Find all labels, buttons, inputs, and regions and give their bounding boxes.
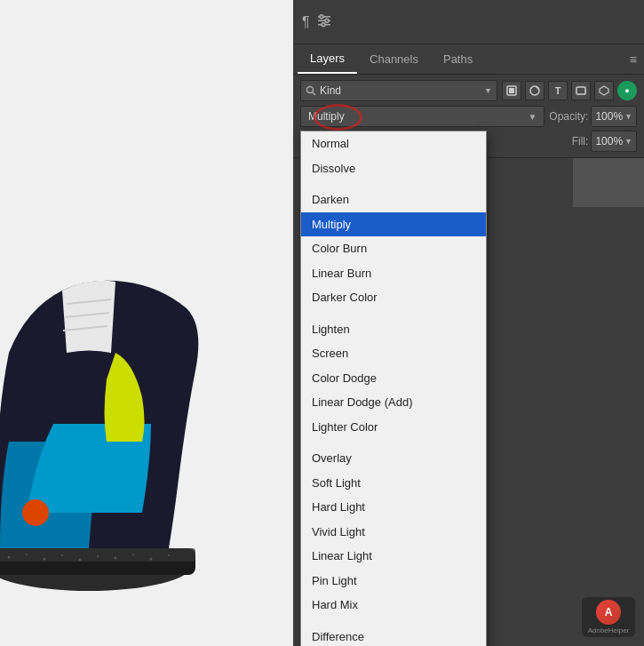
canvas-area[interactable] [0,0,293,646]
blend-option-pin-light[interactable]: Pin Light [301,569,486,594]
paragraph-icon[interactable]: ¶ [302,14,310,30]
opacity-label: Opacity: [549,110,588,123]
kind-select-label: Kind [320,84,341,97]
opacity-control: Opacity: 100% ▼ [549,106,637,127]
blend-option-linear-light[interactable]: Linear Light [301,544,486,569]
svg-point-9 [44,558,46,561]
kind-dropdown-arrow: ▼ [484,86,492,95]
tabs-bar: Layers Channels Paths ≡ [293,44,644,75]
svg-point-23 [307,87,314,93]
svg-point-22 [322,22,325,26]
fill-arrow: ▼ [624,137,632,146]
svg-point-10 [61,554,63,556]
type-layer-icon[interactable]: T [548,81,568,100]
svg-point-2 [22,499,49,526]
opacity-value: 100% [595,110,623,123]
adobe-logo: A [596,600,621,625]
layer-thumbnail [573,158,644,207]
fill-value: 100% [595,135,623,148]
svg-point-16 [168,554,170,556]
separator-1 [301,180,486,187]
adjustment-layer-icon[interactable] [525,81,545,100]
search-icon [306,85,316,96]
svg-point-8 [26,554,28,555]
blend-mode-select[interactable]: Multiply ▼ [300,106,545,127]
layers-panel: Layers Channels Paths ≡ Kind ▼ [293,44,644,646]
blend-option-color-burn[interactable]: Color Burn [301,236,486,261]
separator-4 [301,618,486,625]
blend-option-vivid-light[interactable]: Vivid Light [301,520,486,545]
fill-input-wrapper[interactable]: 100% ▼ [591,131,637,152]
blend-option-soft-light[interactable]: Soft Light [301,471,486,496]
blend-option-linear-burn[interactable]: Linear Burn [301,261,486,286]
blend-row: Multiply ▼ Normal Dissolve Darken Multip… [300,106,637,127]
blend-option-lighter-color[interactable]: Lighter Color [301,415,486,440]
kind-icons: T ● [502,81,637,100]
blend-option-color-dodge[interactable]: Color Dodge [301,366,486,391]
blend-mode-arrow: ▼ [528,112,537,122]
blend-option-darker-color[interactable]: Darker Color [301,285,486,310]
svg-rect-6 [0,548,195,562]
filters-icon[interactable] [317,13,331,31]
separator-3 [301,439,486,446]
svg-point-20 [320,14,323,18]
right-panel: ¶ Layers Channels Paths ≡ [293,0,644,646]
svg-point-7 [8,556,11,559]
smart-object-icon[interactable] [594,81,614,100]
image-panel [0,0,293,646]
svg-point-14 [132,554,134,555]
blend-option-normal[interactable]: Normal [301,132,486,156]
layer-controls: Kind ▼ T [293,75,644,158]
blend-option-dissolve[interactable]: Dissolve [301,156,486,181]
blend-mode-wrapper: Multiply ▼ Normal Dissolve Darken Multip… [300,106,545,127]
fill-label: Fill: [572,135,589,148]
adobe-helper-label: AdobeHelper [588,626,630,634]
adobe-helper-badge[interactable]: A AdobeHelper [582,597,635,637]
tab-channels[interactable]: Channels [357,45,431,73]
blend-option-linear-dodge[interactable]: Linear Dodge (Add) [301,390,486,415]
svg-rect-28 [576,87,585,94]
shoe-image [0,175,231,619]
separator-2 [301,310,486,317]
svg-point-21 [325,19,329,22]
pixel-layer-icon[interactable] [502,81,521,100]
color-circle-icon[interactable]: ● [617,81,637,100]
opacity-input-wrapper[interactable]: 100% ▼ [591,106,637,127]
blend-option-darken[interactable]: Darken [301,187,486,212]
blend-option-hard-mix[interactable]: Hard Mix [301,593,486,618]
svg-line-24 [313,92,316,96]
blend-option-hard-light[interactable]: Hard Light [301,495,486,520]
svg-point-15 [150,558,153,561]
fill-control: Fill: 100% ▼ [572,131,637,152]
blend-option-screen[interactable]: Screen [301,341,486,366]
tab-layers[interactable]: Layers [298,44,357,74]
svg-point-11 [79,559,82,562]
tab-paths[interactable]: Paths [431,45,485,73]
tabs-menu-icon[interactable]: ≡ [630,52,637,67]
top-toolbar: ¶ [293,0,644,44]
opacity-arrow: ▼ [624,112,632,121]
blend-mode-value: Multiply [308,110,345,123]
kind-row: Kind ▼ T [300,80,637,101]
blend-option-lighten[interactable]: Lighten [301,317,486,342]
svg-point-13 [115,557,117,560]
blend-option-multiply[interactable]: Multiply [301,212,486,237]
blend-option-difference[interactable]: Difference [301,625,486,647]
svg-point-12 [97,555,99,557]
blend-option-overlay[interactable]: Overlay [301,446,486,471]
blend-dropdown: Normal Dissolve Darken Multiply Color Bu… [300,131,487,646]
svg-rect-26 [509,88,514,93]
shape-layer-icon[interactable] [571,81,591,100]
